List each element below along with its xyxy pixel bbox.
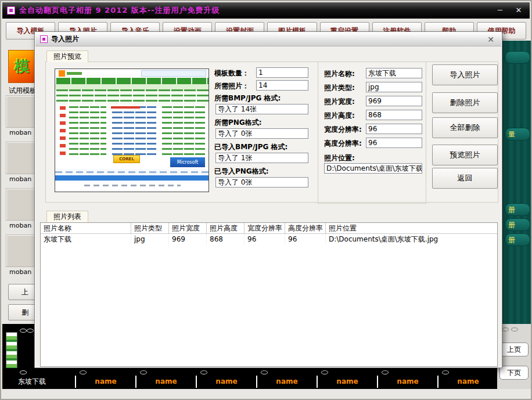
template-count-field[interactable]: 1 [256,67,308,78]
side-panel-button[interactable] [505,51,530,64]
photo-name-cell[interactable]: 东坡下载 [2,376,75,388]
dialog-icon [40,35,48,43]
preview-photo-button[interactable]: 预览照片 [432,145,498,165]
next-page-button[interactable]: 下页 [499,366,529,380]
photo-location-field[interactable]: D:\Documents\桌面\东坡下载 [324,163,422,174]
preview-blue-bar [55,175,209,181]
photo-name-cell[interactable]: name [75,376,135,388]
preview-text-column-left [68,106,106,158]
preview-subnav-bar [55,84,209,89]
tab-photo-preview[interactable]: 照片预览 [46,51,88,62]
preview-site-logo [59,70,65,77]
table-header[interactable]: 照片类型 [131,223,169,233]
preview-site-logo-text [67,72,82,75]
template-item-label: moban [9,175,31,183]
template-thumbnail-char: 模 [15,56,30,77]
photo-width-label: 照片宽度: [324,97,355,107]
template-thumbnail[interactable]: 模 [8,50,35,83]
photo-yres-label: 高度分辨率: [324,139,362,149]
dialog-title: 导入照片 [51,34,79,44]
tab-photo-list[interactable]: 照片列表 [46,211,88,222]
imported-png-field[interactable]: 导入了 0张 [215,177,308,188]
cell-photo-width: 969 [169,234,207,245]
side-panel-button-album-2[interactable]: 册 [505,218,530,231]
photo-name-cell[interactable]: name [135,376,196,388]
table-header[interactable]: 高度分辨率 [285,223,326,233]
side-panel-button-quantity[interactable]: 量 [505,128,530,140]
delete-photo-button[interactable]: 删除照片 [432,92,498,113]
photo-type-field[interactable]: jpg [366,82,422,92]
needed-photos-label: 所需照片： [214,81,249,91]
photo-name-cell[interactable]: name [377,376,437,388]
cell-photo-xres: 96 [245,234,285,245]
oval-decoration [502,327,509,331]
table-header[interactable]: 照片宽度 [169,223,207,233]
minimize-button[interactable]: ─ [494,5,506,16]
photo-location-label: 照片位置: [324,153,355,163]
cell-photo-name: 东坡下载 [41,234,131,245]
photo-name-field[interactable]: 东坡下载 [366,68,422,78]
preview-nav-bar [55,78,209,84]
app-icon [7,6,15,15]
table-header[interactable]: 照片高度 [207,223,245,233]
return-button[interactable]: 返回 [432,168,498,189]
photo-yres-field[interactable]: 96 [366,138,422,148]
needed-bmpjpg-field[interactable]: 导入了 14张 [215,104,308,114]
dialog-titlebar: 导入照片 ✕ [35,33,501,46]
oval-decoration [511,327,518,331]
cell-photo-height: 868 [207,234,245,245]
template-count-label: 模板数量： [214,69,249,78]
oval-decoration [261,370,268,374]
needed-png-field[interactable]: 导入了 0张 [215,128,308,139]
import-photo-button[interactable]: 导入照片 [432,64,498,85]
import-photos-dialog: 导入照片 ✕ 照片预览 COREL Microsoft [34,31,502,368]
photo-name-cell[interactable]: name [256,376,317,388]
main-window: 全自动翻页电子相册 9 2012 版本--注册用户免费升级 ─ ✕ 导入模板 导… [0,0,532,400]
needed-bmpjpg-label: 所需BMP/JPG 格式: [214,93,281,103]
oval-decoration [20,329,27,333]
photo-list-table: 照片名称 照片类型 照片宽度 照片高度 宽度分辨率 高度分辨率 照片位置 东坡下… [40,222,498,367]
window-title: 全自动翻页电子相册 9 2012 版本--注册用户免费升级 [19,5,220,16]
photo-name-cell[interactable]: name [196,376,256,388]
preview-text-column-right [161,106,205,155]
photo-type-label: 照片类型: [324,83,355,93]
photo-name-label: 照片名称: [324,69,355,79]
side-panel-button-album-3[interactable]: 册 [505,233,530,246]
table-header[interactable]: 照片名称 [41,223,131,233]
oval-decoration [200,370,207,374]
preview-text-column-mid [111,106,156,155]
side-panel-button-album-1[interactable]: 册 [505,203,530,216]
delete-all-button[interactable]: 全部删除 [432,117,498,138]
dialog-close-button[interactable]: ✕ [485,35,497,44]
prev-page-button[interactable]: 上页 [499,343,529,356]
preview-footer-links [55,169,209,175]
preview-icon-column [60,106,66,157]
needed-png-label: 所需PNG格式: [214,118,262,128]
trial-template-label: 试用模板 [9,86,37,96]
cell-photo-type: jpg [131,234,169,245]
template-item-label: moban [9,129,31,136]
close-button[interactable]: ✕ [512,5,525,16]
photo-xres-label: 宽度分辨率: [324,125,362,135]
table-header[interactable]: 照片位置 [326,223,497,233]
preview-red-heading [111,106,140,109]
photo-xres-field[interactable]: 96 [366,124,422,134]
preview-category-links [55,89,209,104]
oval-decoration [80,370,87,374]
photo-name-cell[interactable]: name [317,376,377,388]
preview-groupbox: COREL Microsoft 模板数量： 1 所需照片： 14 所需BMP/J… [45,62,498,203]
imported-bmpjpg-field[interactable]: 导入了 1张 [215,153,308,163]
photo-width-field[interactable]: 969 [366,96,422,106]
photo-name-cell[interactable]: name [437,376,498,388]
imported-png-label: 已导入PNG格式: [214,167,269,176]
photo-height-field[interactable]: 868 [366,110,422,120]
table-header[interactable]: 宽度分辨率 [245,223,285,233]
oval-decoration [27,329,34,333]
needed-photos-field[interactable]: 14 [256,80,308,91]
oval-decoration [20,370,27,374]
photo-preview-image: COREL Microsoft [55,69,209,192]
preview-footer-text [84,185,181,186]
table-row[interactable]: 东坡下载 jpg 969 868 96 96 D:\Documents\桌面\东… [41,234,497,245]
cell-photo-location: D:\Documents\桌面\东坡下载.jpg [326,234,497,245]
cell-photo-yres: 96 [285,234,326,245]
